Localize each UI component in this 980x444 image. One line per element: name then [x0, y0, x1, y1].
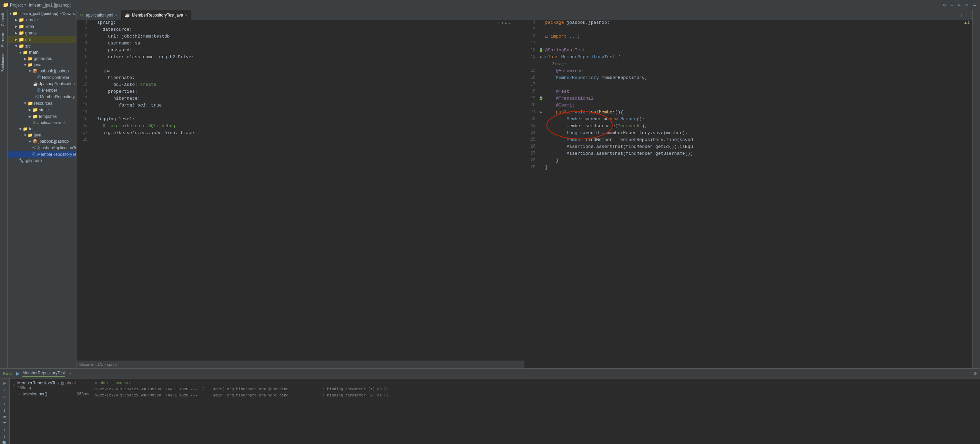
check-nav-down[interactable]: ∨: [508, 21, 511, 25]
split-editor: ✓ 1 ∧ ∨ 1 spring:: [76, 20, 972, 368]
editor-more-icon[interactable]: ⋮⋮: [959, 12, 970, 19]
sidebar-item-generated[interactable]: ▶ 📂 generated: [8, 56, 76, 62]
yaml-code-panel[interactable]: 1 spring: 2 datasource:: [76, 20, 525, 368]
structure-tab[interactable]: Structure: [0, 29, 7, 50]
toolbar-icon-1[interactable]: ≡: [949, 2, 955, 8]
java-tab-label: MemberRepositoryTest.java: [132, 13, 183, 18]
yaml-code-1: spring:: [96, 20, 525, 27]
sidebar-item-application-yml[interactable]: ⚙ application.yml: [8, 119, 76, 126]
run-check-btn[interactable]: ✓: [2, 387, 8, 393]
hello-controller-icon: Ⓒ: [37, 75, 41, 80]
commit-tab[interactable]: Commit: [0, 10, 7, 29]
java-code-panel[interactable]: 1 package jpabook.jpashop; 2: [525, 20, 972, 368]
resources-folder-icon: 📁: [27, 101, 33, 106]
sidebar-item-jpashop-app[interactable]: ☕ JpashopApplication: [8, 81, 76, 87]
run-bottom-content: ▶ ✓ ⊘ ↕ ↕ ≡ ≡ ↑ ↓ 🔍 » ✓ MemberRepository…: [0, 379, 980, 444]
run-down-btn[interactable]: ↓: [2, 434, 8, 439]
run-tree-check-icon: ✓: [13, 383, 16, 388]
gitignore-label: .gitignore: [25, 158, 42, 163]
project-label[interactable]: Project: [10, 3, 23, 8]
minimize-icon[interactable]: —: [972, 2, 977, 8]
sidebar-item-package[interactable]: ▼ 📦 jpabook.jpashop: [8, 68, 76, 74]
run-tree-child[interactable]: ✓ testMember() 268ms: [10, 391, 92, 397]
java-line-20: 20 @Commit: [525, 103, 972, 110]
application-yml-label: application.yml: [37, 120, 64, 125]
yaml-line-4: 4 username: sa: [76, 41, 525, 48]
java-line-29: 29 }: [525, 165, 972, 172]
yaml-panel: ✓ 1 ∧ ∨ 1 spring:: [76, 20, 525, 368]
resources-label: resources: [34, 101, 52, 106]
main-layout: Commit Structure Bookmarks ▼ 📁 inflearn_…: [0, 10, 980, 368]
run-search-btn[interactable]: 🔍: [2, 441, 8, 444]
java-line-13: 13 ▶ class MemberRepositoryTest {: [525, 54, 972, 61]
templates-folder-icon: 📁: [32, 114, 38, 119]
sidebar-item-templates[interactable]: ▶ 📁 templates: [8, 113, 76, 119]
run-label: Run:: [3, 371, 12, 376]
sidebar-item-static[interactable]: ▶ 📁 static: [8, 107, 76, 113]
sidebar-item-gradle[interactable]: ▶ 📁 .gradle: [8, 16, 76, 23]
sidebar-item-hello-controller[interactable]: Ⓒ HelloController: [8, 74, 76, 81]
toolbar-icon-2[interactable]: ⇔: [956, 2, 962, 8]
static-label: static: [39, 108, 49, 112]
sidebar-item-gradle2[interactable]: ▶ 📁 gradle: [8, 30, 76, 36]
java-line-24: 24 Long savedId = memberRepository.save(…: [525, 130, 972, 137]
tab-member-repo-test[interactable]: ☕ MemberRepositoryTest.java ×: [121, 10, 191, 20]
sidebar-item-main[interactable]: ▼ 📁 main: [8, 49, 76, 56]
run-stop-btn[interactable]: ⊘: [2, 395, 8, 400]
editor-tabs: ⚙ application.yml × ☕ MemberRepositoryTe…: [76, 10, 972, 20]
run-tab[interactable]: MemberRepositoryTest: [22, 371, 65, 377]
java-tab-close[interactable]: ×: [185, 13, 188, 17]
yaml-line-17: 17 org.hibernate.orm.jdbc.bind: trace: [76, 130, 525, 137]
sidebar-item-member-repo[interactable]: Ⓒ MemberRepository: [8, 94, 76, 100]
warning-triangle-icon: ▲: [964, 21, 967, 25]
hello-controller-label: HelloController: [42, 75, 69, 80]
log-line-2: 2022-12-24T13:14:21.930+09:00 TRACE 1628…: [95, 392, 977, 398]
sidebar-item-gitignore[interactable]: 🔧 .gitignore: [8, 158, 76, 164]
java-line-18: 18 @Test: [525, 89, 972, 96]
java-line-25: 25 Member findMember = memberRepository.…: [525, 137, 972, 144]
sidebar-item-package-test[interactable]: ▼ 📦 jpabook.jpashop: [8, 138, 76, 145]
sidebar-item-member-repo-test[interactable]: Ⓒ MemberRepositoryTest: [8, 151, 76, 158]
sidebar-item-java-test[interactable]: ▼ 📁 java: [8, 132, 76, 138]
src-folder-icon: 📁: [19, 43, 24, 49]
run-tree-root[interactable]: ✓ MemberRepositoryTest (jpabool 268ms): [10, 380, 92, 391]
run-log[interactable]: member = memberA 2022-12-24T13:14:21.930…: [92, 379, 980, 444]
check-nav-up[interactable]: ∧: [505, 21, 507, 25]
run-tree: ✓ MemberRepositoryTest (jpabool 268ms) ✓…: [10, 379, 92, 444]
run-tab-close[interactable]: ×: [69, 371, 72, 376]
editor-area: ⚙ application.yml × ☕ MemberRepositoryTe…: [76, 10, 972, 368]
yaml-line-11: 11 properties:: [76, 89, 525, 96]
yaml-line-8: 8 jpa:: [76, 68, 525, 75]
yaml-tab-icon: ⚙: [80, 13, 84, 18]
sidebar-item-app-tests[interactable]: Ⓒ JpashopApplicationTests: [8, 145, 76, 151]
sidebar-item-root[interactable]: ▼ 📁 inflearn_jpa1 [jpashop] ~/Downloads/…: [8, 10, 76, 16]
project-dropdown-icon[interactable]: ▼: [24, 3, 26, 7]
sidebar-item-idea[interactable]: ▶ 📁 .idea: [8, 23, 76, 30]
sidebar-item-java[interactable]: ▼ 📁 java: [8, 62, 76, 68]
run-up-btn[interactable]: ↑: [2, 428, 8, 433]
run-gear-icon[interactable]: ⚙: [974, 371, 977, 376]
toolbar-icon-3[interactable]: ⚙: [964, 2, 970, 8]
run-list-btn[interactable]: ≡: [2, 414, 8, 420]
test-label: test: [29, 127, 35, 131]
yaml-tab-close[interactable]: ×: [115, 13, 117, 17]
sidebar-item-member[interactable]: Ⓒ Member: [8, 87, 76, 94]
java-line-26: 26 Assertions.assertThat(findMember.getI…: [525, 144, 972, 151]
java-line-27: 27 Assertions.assertThat(findMember.getU…: [525, 151, 972, 158]
run-rerun2-btn[interactable]: ↕: [2, 408, 8, 413]
yaml-line-18: 18: [76, 137, 525, 144]
tab-application-yml[interactable]: ⚙ application.yml ×: [76, 10, 121, 20]
run-filter-btn[interactable]: ≡: [2, 421, 8, 426]
sidebar-item-test[interactable]: ▼ 📁 test: [8, 126, 76, 132]
run-play-btn[interactable]: ▶: [2, 380, 8, 386]
sidebar-item-resources[interactable]: ▼ 📁 resources: [8, 100, 76, 107]
settings-icon[interactable]: ⚙: [942, 2, 947, 8]
run-rerun-btn[interactable]: ↕: [2, 401, 8, 406]
yaml-check-badge: ✓ 1 ∧ ∨: [498, 21, 511, 25]
sidebar-item-src[interactable]: ▼ 📁 src: [8, 43, 76, 49]
bookmarks-tab[interactable]: Bookmarks: [0, 50, 7, 75]
java-test-folder-icon: 📁: [27, 133, 33, 138]
sidebar-item-out[interactable]: ▶ 📁 out: [8, 36, 76, 43]
log-line-member: member = memberA: [95, 380, 977, 386]
yaml-line-13: 13 format_sql: true: [76, 103, 525, 110]
